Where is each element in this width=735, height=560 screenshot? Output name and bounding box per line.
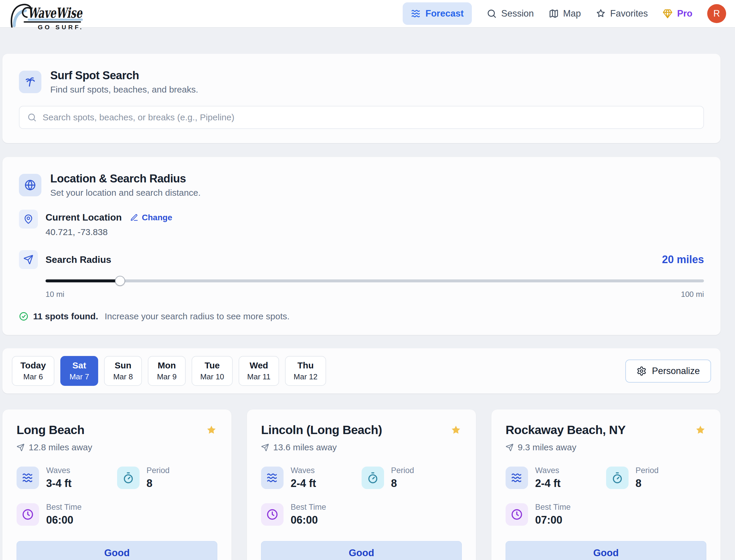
search-card-subtitle: Find surf spots, beaches, and breaks. xyxy=(50,85,198,95)
nav-pro-label: Pro xyxy=(677,8,692,19)
rating-button[interactable]: Good xyxy=(261,541,462,560)
navigation-arrow-icon xyxy=(261,444,269,451)
waves-icon-badge xyxy=(261,467,284,489)
rating-button[interactable]: Good xyxy=(17,541,217,560)
search-icon xyxy=(27,113,37,122)
spot-search-input[interactable] xyxy=(43,112,696,122)
nav-favorites-label: Favorites xyxy=(610,8,648,19)
clock-icon-badge xyxy=(506,503,528,526)
best-time-value: 07:00 xyxy=(535,514,571,526)
waves-icon xyxy=(266,472,278,484)
timer-icon-badge xyxy=(117,467,140,489)
main-nav: Forecast Session Map Favorites Pro R xyxy=(403,2,726,25)
waves-value: 2-4 ft xyxy=(291,477,316,490)
location-card-subtitle: Set your location and search distance. xyxy=(50,188,201,198)
radius-min-label: 10 mi xyxy=(46,290,64,299)
waves-icon xyxy=(22,472,34,484)
clock-icon xyxy=(22,509,34,520)
timer-icon-badge xyxy=(362,467,384,489)
nav-forecast[interactable]: Forecast xyxy=(403,2,472,25)
navigation-arrow-icon xyxy=(506,444,514,451)
timer-icon-badge xyxy=(606,467,629,489)
spot-name: Rockaway Beach, NY xyxy=(506,423,626,437)
day-pill-thu[interactable]: Thu Mar 12 xyxy=(285,356,326,386)
avatar[interactable]: R xyxy=(707,4,726,23)
search-radius-label: Search Radius xyxy=(46,254,111,265)
waves-stat: Waves 3-4 ft xyxy=(17,466,117,490)
radius-slider-fill xyxy=(46,279,120,282)
day-pill-today[interactable]: Today Mar 6 xyxy=(12,356,54,386)
nav-favorites[interactable]: Favorites xyxy=(596,8,648,19)
app-page: WaveWise GO SURF. Forecast Session Map F… xyxy=(0,0,735,560)
spot-distance: 12.8 miles away xyxy=(29,442,92,452)
best-time-stat: Best Time 06:00 xyxy=(17,503,117,526)
logo[interactable]: WaveWise GO SURF. xyxy=(5,0,85,31)
waves-stat: Waves 2-4 ft xyxy=(261,466,362,490)
search-card-title: Surf Spot Search xyxy=(50,69,198,82)
main-content: Surf Spot Search Find surf spots, beache… xyxy=(2,27,721,560)
logo-title: WaveWise xyxy=(28,5,83,21)
spot-distance: 9.3 miles away xyxy=(518,442,576,452)
spot-distance: 13.6 miles away xyxy=(273,442,337,452)
spots-found-hint: Increase your search radius to see more … xyxy=(105,311,289,321)
clock-icon-badge xyxy=(17,503,39,526)
location-card-header: Location & Search Radius Set your locati… xyxy=(19,172,704,198)
change-location-label: Change xyxy=(142,213,172,222)
spot-card-rockaway: Rockaway Beach, NY 9.3 miles away xyxy=(491,410,721,560)
spot-name: Lincoln (Long Beach) xyxy=(261,423,382,437)
app-header: WaveWise GO SURF. Forecast Session Map F… xyxy=(0,0,735,27)
stopwatch-icon xyxy=(367,472,379,484)
star-filled-icon xyxy=(694,424,706,436)
nav-pro[interactable]: Pro xyxy=(663,8,692,19)
spots-found-count: 11 spots found. xyxy=(33,311,98,321)
current-location-label: Current Location xyxy=(46,212,122,223)
spot-search-box xyxy=(19,106,704,129)
favorite-star-button[interactable] xyxy=(205,424,217,437)
waves-value: 2-4 ft xyxy=(535,477,561,490)
radius-slider-track[interactable] xyxy=(46,279,704,282)
day-pill-mon[interactable]: Mon Mar 9 xyxy=(148,356,186,386)
gem-icon xyxy=(663,9,673,19)
nav-map[interactable]: Map xyxy=(549,8,581,19)
radius-slider[interactable] xyxy=(46,276,704,286)
clock-icon xyxy=(266,509,278,520)
navigation-arrow-icon xyxy=(23,255,33,265)
rating-button[interactable]: Good xyxy=(506,541,706,560)
pin-icon-badge xyxy=(19,210,38,229)
best-time-stat: Best Time 06:00 xyxy=(261,503,362,526)
day-pill-sun[interactable]: Sun Mar 8 xyxy=(104,356,142,386)
radius-slider-thumb[interactable] xyxy=(115,276,125,286)
personalize-button[interactable]: Personalize xyxy=(625,360,711,383)
navigation-arrow-icon xyxy=(17,444,25,451)
star-filled-icon xyxy=(450,424,462,436)
spots-found-status: 11 spots found. Increase your search rad… xyxy=(19,311,704,321)
search-icon xyxy=(487,9,497,19)
day-pill-wed[interactable]: Wed Mar 11 xyxy=(239,356,279,386)
avatar-initial: R xyxy=(713,8,720,19)
waves-value: 3-4 ft xyxy=(46,477,72,490)
check-circle-icon xyxy=(19,312,28,321)
coordinates-value: 40.721, -73.838 xyxy=(46,227,172,237)
waves-stat: Waves 2-4 ft xyxy=(506,466,606,490)
palm-icon-badge xyxy=(19,71,41,93)
period-stat: Period 8 xyxy=(362,466,462,490)
search-card-header: Surf Spot Search Find surf spots, beache… xyxy=(19,69,704,95)
navigation-icon-badge xyxy=(19,250,38,269)
location-radius-card: Location & Search Radius Set your locati… xyxy=(2,157,721,335)
favorite-star-button[interactable] xyxy=(694,424,706,437)
nav-forecast-label: Forecast xyxy=(425,8,464,19)
radius-minmax-labels: 10 mi 100 mi xyxy=(46,290,704,299)
period-value: 8 xyxy=(636,477,659,490)
day-pill-sat[interactable]: Sat Mar 7 xyxy=(60,356,98,386)
day-selector: Today Mar 6 Sat Mar 7 Sun Mar 8 Mon Mar … xyxy=(12,356,326,386)
change-location-button[interactable]: Change xyxy=(130,213,172,222)
period-value: 8 xyxy=(391,477,414,490)
favorite-star-button[interactable] xyxy=(450,424,462,437)
day-pill-tue[interactable]: Tue Mar 10 xyxy=(192,356,233,386)
location-card-title: Location & Search Radius xyxy=(50,172,201,185)
surf-spot-search-card: Surf Spot Search Find surf spots, beache… xyxy=(2,54,721,143)
nav-session[interactable]: Session xyxy=(487,8,534,19)
period-stat: Period 8 xyxy=(606,466,707,490)
best-time-value: 06:00 xyxy=(46,514,82,526)
personalize-label: Personalize xyxy=(652,366,700,376)
